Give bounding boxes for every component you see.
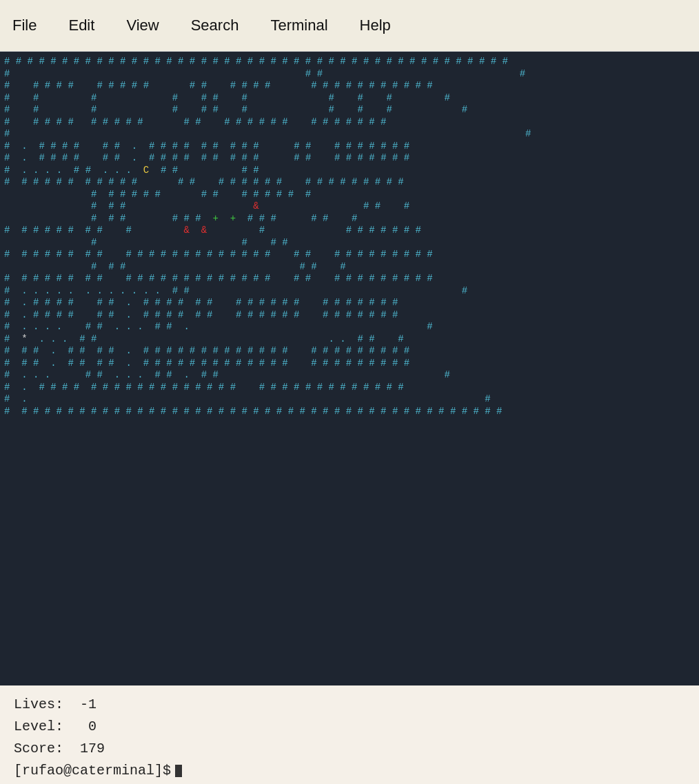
level-value: 0 bbox=[88, 719, 97, 734]
menu-search[interactable]: Search bbox=[185, 13, 245, 38]
terminal-content: # # # # # # # # # # # # # # # # # # # # … bbox=[1, 54, 698, 419]
menubar: File Edit View Search Terminal Help bbox=[0, 0, 699, 52]
lives-label: Lives: bbox=[14, 697, 63, 712]
score-line: Score: 179 bbox=[14, 738, 685, 760]
menu-edit[interactable]: Edit bbox=[63, 13, 100, 38]
level-line: Level: 0 bbox=[14, 716, 685, 738]
statusbar: Lives: -1 Level: 0 Score: 179 [rufao@cat… bbox=[0, 685, 699, 784]
prompt-text: [rufao@caterminal]$ bbox=[14, 760, 171, 782]
lives-line: Lives: -1 bbox=[14, 694, 685, 716]
menu-terminal[interactable]: Terminal bbox=[265, 13, 333, 38]
cursor-block bbox=[175, 765, 182, 777]
menu-file[interactable]: File bbox=[7, 13, 42, 38]
menu-help[interactable]: Help bbox=[354, 13, 396, 38]
level-label: Level: bbox=[14, 719, 63, 734]
prompt-line: [rufao@caterminal]$ bbox=[14, 760, 685, 782]
score-label: Score: bbox=[14, 741, 63, 756]
score-value: 179 bbox=[80, 741, 105, 756]
lives-value: -1 bbox=[80, 697, 97, 712]
terminal-display: # # # # # # # # # # # # # # # # # # # # … bbox=[0, 52, 699, 685]
menu-view[interactable]: View bbox=[121, 13, 164, 38]
